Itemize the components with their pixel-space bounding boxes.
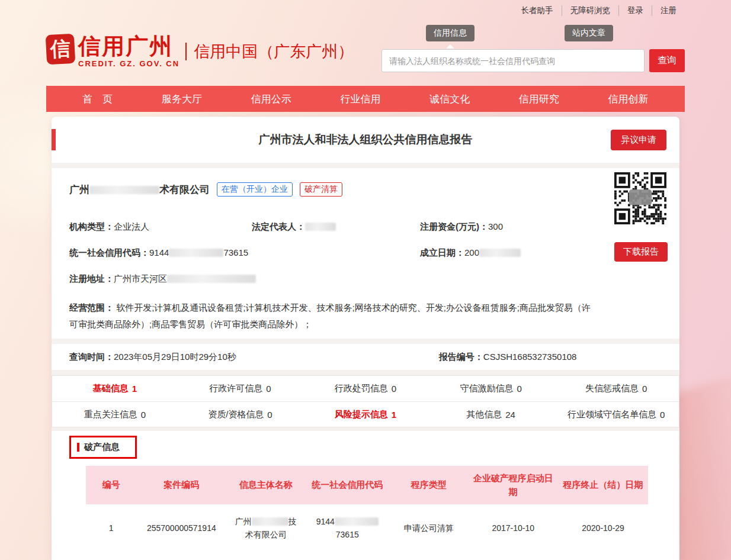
tab-admin-license[interactable]: 行政许可信息0 <box>178 376 303 401</box>
cell-start-date: 2017-10-10 <box>468 504 558 552</box>
main-nav: 首 页 服务大厅 信用公示 行业信用 诚信文化 信用研究 信用创新 <box>46 86 685 112</box>
redacted-text <box>335 517 379 526</box>
bankruptcy-table: 编号 案件编码 信息主体名称 统一社会信用代码 程序类型 企业破产程序启动日期 … <box>86 466 648 552</box>
query-time: 查询时间：2023年05月29日10时29分10秒 <box>69 352 236 363</box>
redacted-text <box>305 223 336 231</box>
bankruptcy-section: 破产信息 编号 案件编码 信息主体名称 统一社会信用代码 程序类型 企业破产程序… <box>52 431 679 560</box>
bankruptcy-section-header: 破产信息 <box>69 436 137 459</box>
search-tab-credit-info[interactable]: 信用信息 <box>426 25 474 41</box>
field-business-scope: 经营范围： 软件开发;计算机及通讯设备租赁;计算机技术开发、技术服务;网络技术的… <box>69 300 591 333</box>
tab-industry-trust-list[interactable]: 行业领域守信名单信息0 <box>553 402 679 427</box>
accessibility-link[interactable]: 无障碍浏览 <box>562 5 619 16</box>
cell-subject-name: 广州技术有限公司 <box>226 504 305 552</box>
page-title: 广州市法人和非法人组织公共信用信息报告 <box>259 132 473 147</box>
redacted-text <box>169 249 223 257</box>
col-credit-code: 统一社会信用代码 <box>305 466 389 504</box>
qr-code <box>614 172 666 224</box>
col-no: 编号 <box>86 466 136 504</box>
nav-credit-innovation[interactable]: 信用创新 <box>602 92 655 106</box>
col-procedure-type: 程序类型 <box>389 466 468 504</box>
nav-service-hall[interactable]: 服务大厅 <box>156 92 208 106</box>
login-link[interactable]: 登录 <box>618 5 652 16</box>
field-org-type: 机构类型：企业法人 <box>69 221 252 233</box>
utility-bar: 长者助手 无障碍浏览 登录 注册 <box>46 0 685 18</box>
field-credit-code: 统一社会信用代码：914473615 <box>69 247 420 259</box>
search-input[interactable] <box>381 49 645 72</box>
table-row: 1 255700000571914 广州技术有限公司 9144 73615 申请… <box>86 504 648 552</box>
status-badge-bankruptcy: 破产清算 <box>300 182 342 197</box>
nav-credit-publicity[interactable]: 信用公示 <box>245 92 297 106</box>
col-case-code: 案件编码 <box>136 466 226 504</box>
site-subtitle: 信用中国（广东广州） <box>185 43 354 60</box>
cell-no: 1 <box>86 504 136 552</box>
company-info-card: 广州术有限公司 在营（开业）企业 破产清算 机构类型：企业法人 法定代表人： 注… <box>52 168 679 339</box>
site-name: 信用广州 <box>78 34 179 58</box>
search-area: 信用信息 站内文章 查询 <box>381 25 685 72</box>
section-tick-icon <box>77 443 79 452</box>
field-establish-date: 成立日期：200 <box>420 247 591 259</box>
seal-logo-icon: 信 <box>46 34 76 65</box>
cell-end-date: 2020-10-29 <box>558 504 648 552</box>
tab-dishonesty-punishment[interactable]: 失信惩戒信息0 <box>553 376 679 401</box>
report-number: 报告编号：CSJSH1685327350108 <box>439 352 577 363</box>
cell-case-code: 255700000571914 <box>136 504 226 552</box>
report-title-bar: 广州市法人和非法人组织公共信用信息报告 异议申请 <box>52 117 679 163</box>
cell-credit-code: 9144 73615 <box>305 504 389 552</box>
site-logo: 信 信用广州 CREDIT. GZ. GOV. CN 信用中国（广东广州） <box>46 34 354 68</box>
search-button[interactable]: 查询 <box>649 49 685 72</box>
nav-home[interactable]: 首 页 <box>76 92 118 106</box>
tab-key-attention[interactable]: 重点关注信息0 <box>52 402 178 427</box>
report-meta-bar: 查询时间：2023年05月29日10时29分10秒 报告编号：CSJSH1685… <box>52 344 679 370</box>
register-link[interactable]: 注册 <box>652 5 685 16</box>
col-subject-name: 信息主体名称 <box>226 466 305 504</box>
site-domain: CREDIT. GZ. GOV. CN <box>78 59 179 68</box>
elder-mode-link[interactable]: 长者助手 <box>513 5 562 16</box>
download-report-button[interactable]: 下载报告 <box>614 242 668 262</box>
tab-basic-info[interactable]: 基础信息1 <box>52 376 178 401</box>
nav-credit-research[interactable]: 信用研究 <box>513 92 565 106</box>
redacted-text <box>252 517 288 526</box>
site-header: 信 信用广州 CREDIT. GZ. GOV. CN 信用中国（广东广州） 信用… <box>46 18 685 86</box>
nav-industry-credit[interactable]: 行业信用 <box>334 92 386 106</box>
company-name: 广州术有限公司 <box>69 183 210 197</box>
table-header-row: 编号 案件编码 信息主体名称 统一社会信用代码 程序类型 企业破产程序启动日期 … <box>86 466 648 504</box>
tab-qualification[interactable]: 资质/资格信息0 <box>178 402 303 427</box>
tab-risk-alert[interactable]: 风险提示信息1 <box>303 402 428 427</box>
tab-admin-penalty[interactable]: 行政处罚信息0 <box>303 376 428 401</box>
col-start-date: 企业破产程序启动日期 <box>468 466 558 504</box>
status-badge-operating: 在营（开业）企业 <box>217 182 293 197</box>
cell-procedure-type: 申请公司清算 <box>389 504 468 552</box>
tab-other-info[interactable]: 其他信息24 <box>428 402 554 427</box>
col-end-date: 程序终止（结）日期 <box>558 466 648 504</box>
redacted-text <box>479 249 521 257</box>
nav-integrity-culture[interactable]: 诚信文化 <box>424 92 476 106</box>
info-category-tabs: 基础信息1 行政许可信息0 行政处罚信息0 守信激励信息0 失信惩戒信息0 重点… <box>52 375 679 427</box>
report-panel: 广州市法人和非法人组织公共信用信息报告 异议申请 广州术有限公司 在营（开业）企… <box>52 117 679 560</box>
dispute-apply-button[interactable]: 异议申请 <box>611 130 666 150</box>
bankruptcy-section-title: 破产信息 <box>84 442 120 453</box>
title-accent-bar <box>52 129 56 150</box>
search-tab-site-articles[interactable]: 站内文章 <box>565 25 613 41</box>
field-legal-rep: 法定代表人： <box>252 221 420 233</box>
tab-trust-incentive[interactable]: 守信激励信息0 <box>428 376 554 401</box>
field-address: 注册地址：广州市天河区 <box>69 273 591 285</box>
field-reg-capital: 注册资金(万元)：300 <box>420 221 591 233</box>
redacted-text <box>167 275 256 283</box>
redacted-text <box>89 186 159 194</box>
